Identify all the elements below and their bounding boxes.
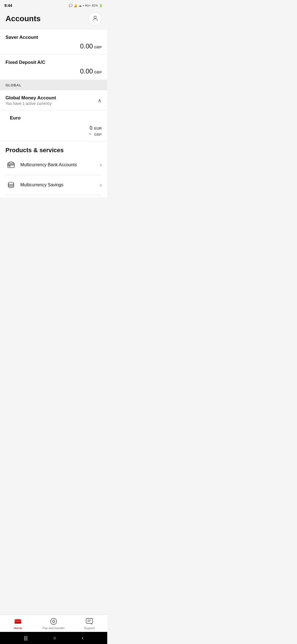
savings-icon <box>6 179 16 190</box>
svg-point-6 <box>8 182 14 184</box>
dot-icon: • <box>83 4 84 7</box>
page-title: Accounts <box>6 14 41 23</box>
status-time: 9:44 <box>4 3 12 8</box>
multicurrency-bank-label: Multicurrency Bank Accounts <box>20 162 100 167</box>
battery-icon: 🔋 <box>99 4 103 7</box>
fixed-deposit-balance: 0.00GBP <box>6 67 102 75</box>
eur-gbp-row: ≈ GBP <box>89 132 102 137</box>
euro-currency-row[interactable]: Euro 0 EUR ≈ GBP <box>0 110 107 141</box>
svg-line-4 <box>11 162 14 163</box>
savings-arrow: › <box>100 182 102 188</box>
eur-label: EUR <box>93 126 102 130</box>
bank-accounts-arrow: › <box>100 162 102 168</box>
status-bar: 9:44 💬 🔔 ☁ • 4G+ 81% 🔋 <box>0 0 107 10</box>
chevron-up-icon: ∧ <box>98 97 102 104</box>
svg-rect-2 <box>8 164 14 165</box>
saver-balance-amount: 0.00 <box>80 42 93 50</box>
gbp-label: GBP <box>94 132 102 137</box>
fixed-balance-amount: 0.00 <box>80 67 93 75</box>
fixed-deposit-name: Fixed Deposit A/C <box>6 60 102 65</box>
products-title: Products & services <box>6 147 102 154</box>
status-icons: 💬 🔔 ☁ • 4G+ 81% 🔋 <box>69 4 103 7</box>
fixed-deposit-row[interactable]: Fixed Deposit A/C 0.00GBP <box>0 55 107 80</box>
bank-icon <box>6 159 16 170</box>
global-account-subtitle: You have 1 active currency <box>6 101 56 106</box>
signal-icon: 4G+ <box>85 4 91 7</box>
accounts-header: Accounts <box>0 10 107 30</box>
eur-value: 0 <box>90 125 92 131</box>
saver-account-name: Saver Account <box>6 35 102 40</box>
gbp-equiv: GBP <box>94 132 102 137</box>
svg-point-0 <box>94 16 97 18</box>
svg-rect-5 <box>9 165 10 167</box>
multicurrency-savings-label: Multicurrency Savings <box>20 182 100 187</box>
euro-eur-amount: 0 EUR <box>90 125 102 131</box>
whatsapp-icon: 💬 <box>69 4 73 7</box>
saver-currency: GBP <box>94 45 102 49</box>
main-content: Saver Account 0.00GBP Fixed Deposit A/C … <box>0 30 107 197</box>
profile-icon <box>92 15 99 23</box>
global-account-info: Global Money Account You have 1 active c… <box>6 95 56 106</box>
saver-account-row[interactable]: Saver Account 0.00GBP <box>0 30 107 55</box>
products-services-section: Products & services Multicurrency Bank A… <box>0 141 107 197</box>
saver-account-balance: 0.00GBP <box>6 42 102 50</box>
multicurrency-savings-item[interactable]: Multicurrency Savings › <box>6 175 102 195</box>
svg-line-3 <box>8 162 11 163</box>
global-account-name: Global Money Account <box>6 95 56 101</box>
global-label: GLOBAL <box>6 83 21 87</box>
cloud-icon: ☁ <box>79 4 82 7</box>
multicurrency-bank-accounts-item[interactable]: Multicurrency Bank Accounts › <box>6 155 102 175</box>
euro-currency-name: Euro <box>10 115 102 121</box>
profile-button[interactable] <box>89 12 102 25</box>
notification-icon: 🔔 <box>74 4 78 7</box>
fixed-currency: GBP <box>94 70 102 74</box>
battery-text: 81% <box>92 4 98 7</box>
global-money-account-row[interactable]: Global Money Account You have 1 active c… <box>0 90 107 110</box>
euro-currency-amounts: 0 EUR ≈ GBP <box>10 125 102 137</box>
global-section-header: GLOBAL <box>0 80 107 90</box>
approx-icon: ≈ <box>89 132 91 137</box>
